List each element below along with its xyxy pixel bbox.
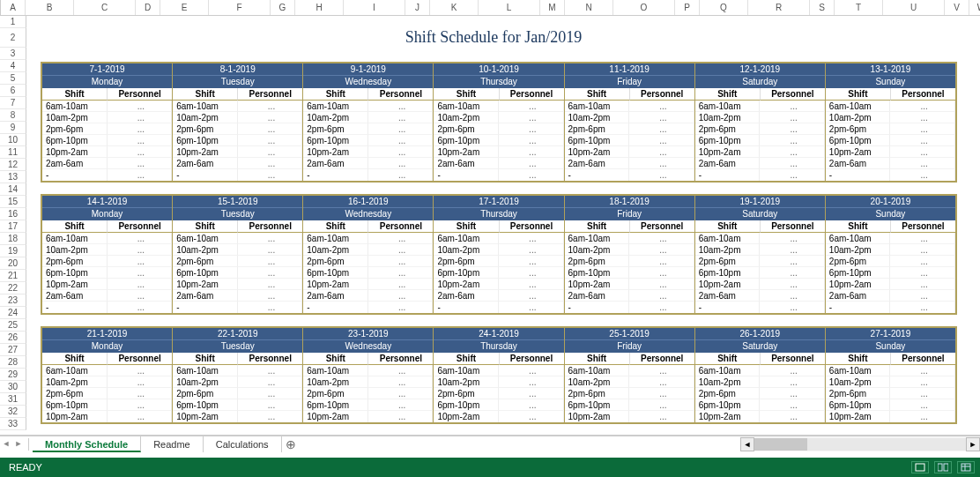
shift-row[interactable]: 10am-2pm... bbox=[42, 244, 172, 256]
shift-time-cell[interactable]: 6am-10am bbox=[303, 101, 368, 112]
shift-time-cell[interactable]: 6pm-10pm bbox=[173, 135, 238, 146]
shift-time-cell[interactable]: 6am-10am bbox=[695, 233, 761, 244]
personnel-cell[interactable]: ... bbox=[368, 302, 434, 313]
personnel-cell[interactable]: ... bbox=[890, 101, 955, 112]
personnel-cell[interactable]: ... bbox=[890, 158, 955, 169]
shift-row[interactable]: 6pm-10pm... bbox=[173, 267, 302, 279]
personnel-cell[interactable]: ... bbox=[108, 101, 173, 112]
shift-row[interactable]: 10pm-2am... bbox=[303, 279, 433, 290]
personnel-cell[interactable]: ... bbox=[238, 302, 303, 313]
col-header[interactable]: N bbox=[565, 0, 613, 15]
shift-row[interactable]: 10am-2pm... bbox=[173, 112, 302, 123]
personnel-cell[interactable]: ... bbox=[760, 244, 825, 256]
shift-time-cell[interactable]: 6am-10am bbox=[565, 101, 630, 112]
shift-row[interactable]: 6pm-10pm... bbox=[303, 135, 433, 146]
shift-time-cell[interactable]: 2pm-6pm bbox=[826, 256, 891, 267]
shift-time-cell[interactable]: 10am-2pm bbox=[434, 376, 499, 388]
personnel-cell[interactable]: ... bbox=[499, 101, 564, 112]
shift-time-cell[interactable]: - bbox=[695, 169, 761, 181]
col-header[interactable]: W bbox=[969, 0, 980, 15]
personnel-cell[interactable]: ... bbox=[108, 146, 173, 158]
view-normal-icon[interactable] bbox=[911, 461, 929, 473]
shift-row[interactable]: 10am-2pm... bbox=[434, 112, 563, 123]
personnel-cell[interactable]: ... bbox=[368, 233, 434, 244]
personnel-cell[interactable]: ... bbox=[890, 256, 955, 267]
shift-row[interactable]: 6am-10am... bbox=[303, 101, 433, 112]
shift-time-cell[interactable]: 10am-2pm bbox=[565, 244, 630, 256]
personnel-cell[interactable]: ... bbox=[629, 302, 694, 313]
shift-time-cell[interactable]: 10am-2pm bbox=[695, 244, 761, 256]
shift-row[interactable]: 6pm-10pm... bbox=[565, 399, 694, 411]
shift-time-cell[interactable]: - bbox=[565, 169, 630, 181]
shift-row[interactable]: 10am-2pm... bbox=[303, 244, 433, 256]
row-header[interactable]: 27 bbox=[0, 344, 26, 356]
personnel-cell[interactable]: ... bbox=[760, 411, 825, 422]
shift-time-cell[interactable]: - bbox=[42, 169, 108, 181]
personnel-cell[interactable]: ... bbox=[629, 244, 694, 256]
shift-row[interactable]: 2pm-6pm... bbox=[42, 388, 172, 399]
shift-time-cell[interactable]: 2am-6am bbox=[826, 290, 891, 302]
personnel-cell[interactable]: ... bbox=[760, 302, 825, 313]
shift-row[interactable]: 2pm-6pm... bbox=[434, 123, 563, 135]
shift-row[interactable]: -... bbox=[173, 302, 302, 313]
row-header[interactable]: 4 bbox=[0, 60, 26, 72]
row-header[interactable]: 14 bbox=[0, 183, 26, 196]
personnel-cell[interactable]: ... bbox=[499, 279, 564, 290]
shift-row[interactable]: 6pm-10pm... bbox=[826, 399, 955, 411]
shift-time-cell[interactable]: 6am-10am bbox=[826, 365, 891, 376]
shift-row[interactable]: 2pm-6pm... bbox=[173, 123, 302, 135]
shift-time-cell[interactable]: 10pm-2am bbox=[826, 146, 891, 158]
shift-time-cell[interactable]: 10am-2pm bbox=[173, 376, 238, 388]
shift-row[interactable]: 10pm-2am... bbox=[565, 279, 694, 290]
shift-time-cell[interactable]: 10am-2pm bbox=[565, 112, 630, 123]
shift-time-cell[interactable]: 2am-6am bbox=[826, 158, 891, 169]
personnel-cell[interactable]: ... bbox=[108, 399, 173, 411]
shift-time-cell[interactable]: 10pm-2am bbox=[173, 411, 238, 422]
shift-row[interactable]: 2pm-6pm... bbox=[826, 123, 955, 135]
shift-row[interactable]: -... bbox=[826, 302, 955, 313]
personnel-cell[interactable]: ... bbox=[499, 233, 564, 244]
shift-time-cell[interactable]: 10pm-2am bbox=[434, 146, 499, 158]
personnel-cell[interactable]: ... bbox=[368, 399, 434, 411]
shift-row[interactable]: 6am-10am... bbox=[173, 365, 302, 376]
row-header[interactable]: 3 bbox=[0, 48, 26, 60]
personnel-cell[interactable]: ... bbox=[499, 112, 564, 123]
tab-readme[interactable]: Readme bbox=[141, 436, 204, 452]
personnel-cell[interactable]: ... bbox=[499, 388, 564, 399]
shift-time-cell[interactable]: 2am-6am bbox=[695, 290, 761, 302]
shift-row[interactable]: 2am-6am... bbox=[173, 158, 302, 169]
personnel-cell[interactable]: ... bbox=[499, 267, 564, 279]
shift-time-cell[interactable]: 2am-6am bbox=[303, 158, 368, 169]
row-header[interactable]: 7 bbox=[0, 97, 26, 109]
personnel-cell[interactable]: ... bbox=[629, 376, 694, 388]
shift-time-cell[interactable]: 2pm-6pm bbox=[434, 256, 499, 267]
shift-time-cell[interactable]: 6pm-10pm bbox=[434, 399, 499, 411]
personnel-cell[interactable]: ... bbox=[238, 267, 303, 279]
shift-row[interactable]: 6pm-10pm... bbox=[695, 399, 825, 411]
personnel-cell[interactable]: ... bbox=[499, 290, 564, 302]
personnel-cell[interactable]: ... bbox=[499, 135, 564, 146]
shift-time-cell[interactable]: 2am-6am bbox=[173, 158, 238, 169]
shift-time-cell[interactable]: 10pm-2am bbox=[695, 411, 761, 422]
personnel-cell[interactable]: ... bbox=[368, 267, 434, 279]
row-header[interactable]: 12 bbox=[0, 159, 26, 171]
shift-row[interactable]: 2am-6am... bbox=[42, 158, 172, 169]
personnel-cell[interactable]: ... bbox=[108, 411, 173, 422]
personnel-cell[interactable]: ... bbox=[760, 135, 825, 146]
shift-time-cell[interactable]: 10am-2pm bbox=[303, 244, 368, 256]
shift-time-cell[interactable]: 6pm-10pm bbox=[42, 399, 108, 411]
shift-time-cell[interactable]: 2am-6am bbox=[434, 290, 499, 302]
personnel-cell[interactable]: ... bbox=[368, 290, 434, 302]
personnel-cell[interactable]: ... bbox=[760, 233, 825, 244]
row-header[interactable]: 23 bbox=[0, 294, 26, 307]
shift-row[interactable]: 10pm-2am... bbox=[565, 411, 694, 422]
shift-row[interactable]: 6pm-10pm... bbox=[434, 399, 563, 411]
shift-time-cell[interactable]: 10pm-2am bbox=[826, 411, 891, 422]
shift-time-cell[interactable]: - bbox=[826, 169, 891, 181]
personnel-cell[interactable]: ... bbox=[499, 256, 564, 267]
shift-time-cell[interactable]: 6am-10am bbox=[42, 233, 108, 244]
col-header[interactable]: F bbox=[209, 0, 271, 15]
shift-time-cell[interactable]: 10am-2pm bbox=[303, 376, 368, 388]
shift-row[interactable]: 10am-2pm... bbox=[826, 376, 955, 388]
personnel-cell[interactable]: ... bbox=[760, 158, 825, 169]
